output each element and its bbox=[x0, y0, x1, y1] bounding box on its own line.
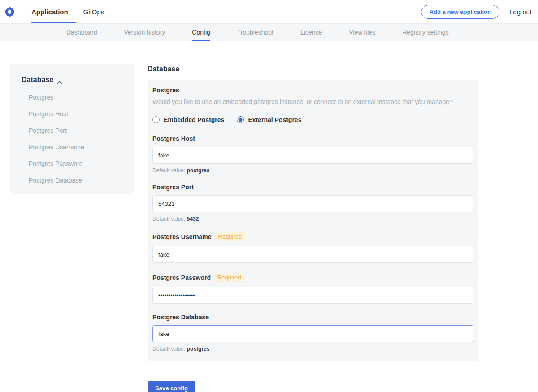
postgres-host-label: Postgres Host bbox=[152, 135, 195, 142]
subnav-tab-version-history-label: Version history bbox=[124, 29, 165, 36]
config-panel: Postgres Would you like to use an embedd… bbox=[148, 80, 478, 361]
field-postgres-database: Postgres Database Default value: postgre… bbox=[152, 314, 473, 352]
config-group-title: Database bbox=[148, 65, 478, 73]
radio-external-postgres[interactable]: External Postgres bbox=[237, 116, 301, 123]
radio-embedded-postgres[interactable]: Embedded Postgres bbox=[152, 116, 224, 123]
subnav-tab-registry-settings-label: Registry settings bbox=[402, 29, 448, 36]
radio-embedded-postgres-circle[interactable] bbox=[152, 116, 160, 123]
radio-external-postgres-circle[interactable] bbox=[237, 116, 244, 123]
subnav-tab-version-history[interactable]: Version history bbox=[124, 24, 165, 41]
postgres-database-default-prefix: Default value: bbox=[152, 346, 185, 352]
postgres-username-required-badge: Required bbox=[215, 232, 245, 241]
postgres-port-label: Postgres Port bbox=[152, 183, 194, 191]
top-header: Application GitOps Add a new application… bbox=[0, 0, 538, 23]
postgres-port-default-value: 5432 bbox=[187, 216, 199, 222]
postgres-database-default-value: postgres bbox=[187, 346, 210, 352]
postgres-password-required-badge: Required bbox=[214, 273, 244, 282]
header-tab-gitops[interactable]: GitOps bbox=[83, 0, 104, 23]
postgres-host-input[interactable] bbox=[152, 147, 473, 164]
config-sidebar: Database Postgres Postgres Host Postgres… bbox=[10, 64, 134, 194]
sidebar-group-database-label: Database bbox=[22, 76, 53, 84]
header-tab-gitops-label: GitOps bbox=[83, 8, 104, 16]
sidebar-item-postgres-database[interactable]: Postgres Database bbox=[22, 177, 125, 184]
postgres-username-input[interactable] bbox=[152, 246, 473, 263]
add-application-button[interactable]: Add a new application bbox=[421, 5, 499, 19]
subnav-tab-troubleshoot-label: Troubleshoot bbox=[237, 29, 273, 36]
subnav-tab-config[interactable]: Config bbox=[192, 24, 210, 41]
header-tab-application[interactable]: Application bbox=[31, 0, 68, 23]
sidebar-item-postgres-username[interactable]: Postgres Username bbox=[22, 144, 125, 151]
app-logo[interactable] bbox=[0, 7, 31, 17]
sidebar-item-postgres-host[interactable]: Postgres Host bbox=[22, 110, 125, 118]
postgres-radio-group: Embedded Postgres External Postgres bbox=[152, 116, 473, 123]
postgres-database-input[interactable] bbox=[152, 325, 473, 342]
app-logo-icon bbox=[4, 7, 15, 17]
postgres-password-input[interactable] bbox=[152, 287, 473, 304]
postgres-port-default-helper: Default value: 5432 bbox=[152, 216, 473, 222]
postgres-database-label: Postgres Database bbox=[152, 314, 209, 321]
postgres-item-label: Postgres bbox=[152, 87, 179, 94]
sidebar-item-postgres-password[interactable]: Postgres Password bbox=[22, 160, 125, 167]
postgres-host-default-helper: Default value: postgres bbox=[152, 167, 473, 174]
radio-external-postgres-label: External Postgres bbox=[248, 116, 301, 123]
subnav-tab-dashboard-label: Dashboard bbox=[66, 29, 97, 36]
subnav-tab-view-files-label: View files bbox=[349, 29, 375, 36]
subnav: Dashboard Version history Config Trouble… bbox=[0, 23, 538, 41]
subnav-tab-troubleshoot[interactable]: Troubleshoot bbox=[237, 24, 273, 41]
field-postgres-host: Postgres Host Default value: postgres bbox=[152, 135, 473, 174]
postgres-password-label: Postgres Password bbox=[152, 274, 211, 281]
sidebar-group-database[interactable]: Database bbox=[22, 76, 125, 84]
field-postgres-password: Postgres Password Required bbox=[152, 273, 473, 304]
postgres-port-default-prefix: Default value: bbox=[152, 216, 185, 222]
postgres-item-description: Would you like to use an embedded postgr… bbox=[152, 98, 473, 105]
config-main: Database Postgres Would you like to use … bbox=[148, 64, 478, 392]
sidebar-item-postgres[interactable]: Postgres bbox=[22, 94, 125, 101]
radio-embedded-postgres-label: Embedded Postgres bbox=[164, 116, 224, 123]
header-tabs: Application GitOps bbox=[31, 0, 104, 23]
postgres-host-default-value: postgres bbox=[187, 167, 210, 174]
postgres-port-input[interactable] bbox=[152, 195, 473, 212]
postgres-username-label: Postgres Username bbox=[152, 233, 212, 240]
field-postgres-username: Postgres Username Required bbox=[152, 232, 473, 263]
field-postgres-port: Postgres Port Default value: 5432 bbox=[152, 183, 473, 222]
chevron-up-icon bbox=[57, 78, 62, 82]
sidebar-item-postgres-port[interactable]: Postgres Port bbox=[22, 127, 125, 134]
save-config-button[interactable]: Save config bbox=[148, 381, 195, 392]
subnav-tab-config-label: Config bbox=[192, 29, 210, 36]
header-right: Add a new application Log out bbox=[421, 5, 538, 19]
subnav-tab-license[interactable]: License bbox=[300, 24, 322, 41]
postgres-host-default-prefix: Default value: bbox=[152, 167, 185, 174]
subnav-tab-license-label: License bbox=[300, 29, 322, 36]
postgres-database-default-helper: Default value: postgres bbox=[152, 346, 473, 352]
header-tab-application-label: Application bbox=[31, 8, 68, 16]
subnav-tab-dashboard[interactable]: Dashboard bbox=[66, 24, 97, 41]
logout-link[interactable]: Log out bbox=[509, 8, 532, 16]
subnav-tab-registry-settings[interactable]: Registry settings bbox=[402, 24, 448, 41]
subnav-tab-view-files[interactable]: View files bbox=[349, 24, 375, 41]
